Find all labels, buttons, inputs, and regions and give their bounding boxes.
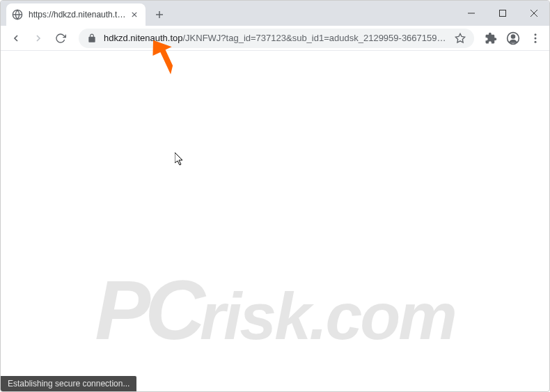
svg-rect-7 [499,10,505,17]
tab-title: https://hdkzd.nitenauth.top/JKNF [29,10,129,19]
tab-strip: https://hdkzd.nitenauth.top/JKNF [1,1,452,26]
arrow-annotation-icon [147,37,182,75]
browser-tab[interactable]: https://hdkzd.nitenauth.top/JKNF [6,3,146,26]
address-bar[interactable]: hdkzd.nitenauth.top/JKNFWJ?tag_id=737123… [79,29,474,48]
close-window-button[interactable] [518,2,549,24]
lock-icon [87,33,97,43]
tab-strip-row: https://hdkzd.nitenauth.top/JKNF [1,1,549,26]
status-text: Establishing secure connection... [8,379,129,389]
back-button[interactable] [6,29,26,48]
forward-button[interactable] [29,29,48,48]
menu-icon[interactable] [527,30,544,47]
window-controls [455,1,549,26]
extensions-icon[interactable] [482,30,499,47]
page-content: PCrisk.com [1,51,549,376]
tab-close-button[interactable] [129,9,140,20]
new-tab-button[interactable] [150,5,169,24]
browser-toolbar: hdkzd.nitenauth.top/JKNFWJ?tag_id=737123… [1,26,549,51]
watermark-dotcom: .com [309,279,455,353]
svg-point-15 [535,40,537,42]
globe-icon [12,9,23,20]
minimize-button[interactable] [455,2,487,24]
profile-icon[interactable] [505,30,521,47]
status-bar: Establishing secure connection... [1,376,136,391]
svg-marker-10 [455,33,464,42]
watermark: PCrisk.com [59,265,491,355]
maximize-button[interactable] [487,2,518,24]
toolbar-right-icons [482,30,544,47]
url-path: /JKNFWJ?tag_id=737123&sub_id1=adudsk_212… [182,33,449,43]
bookmark-star-icon[interactable] [455,33,466,44]
watermark-risk: risk [200,279,309,353]
svg-point-12 [512,35,515,38]
svg-point-13 [535,33,537,36]
reload-button[interactable] [51,29,70,48]
svg-point-14 [535,37,537,39]
watermark-pc: PC [95,263,200,356]
mouse-cursor-icon [175,152,184,166]
